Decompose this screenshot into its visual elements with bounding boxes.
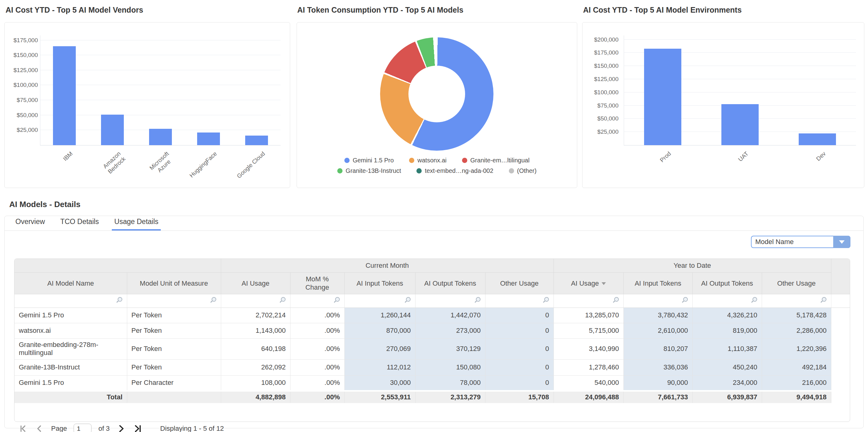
table-cell: .00% [290, 338, 344, 359]
tab-bar: OverviewTCO DetailsUsage Details [5, 216, 863, 231]
table-cell: 270,069 [344, 338, 415, 359]
legend-item[interactable]: (Other) [509, 167, 536, 175]
search-icon[interactable] [543, 297, 549, 303]
table-cell: 0 [485, 308, 554, 323]
tab-tco-details[interactable]: TCO Details [58, 218, 101, 230]
group-by-dropdown[interactable]: Model Name [751, 236, 850, 248]
y-axis-tick-label: $25,000 [586, 129, 619, 135]
filter-cell[interactable] [554, 294, 623, 308]
table-cell: 216,000 [762, 375, 831, 391]
section-heading: AI Models - Details [9, 200, 81, 209]
displaying-records-label: Displaying 1 - 5 of 12 [160, 425, 224, 432]
filter-cell[interactable] [344, 294, 415, 308]
table-cell: 5,715,000 [554, 323, 623, 338]
dropdown-arrow-button[interactable] [833, 236, 850, 248]
bar [53, 46, 76, 145]
legend-item[interactable]: Granite-em…ltilingual [462, 157, 529, 164]
search-icon[interactable] [210, 297, 217, 303]
plot-area: $25,000$50,000$75,000$100,000$125,000$15… [624, 35, 856, 146]
filter-cell[interactable] [485, 294, 554, 308]
y-axis-tick-label: $150,000 [6, 52, 38, 58]
page-number-input[interactable] [73, 424, 91, 432]
search-icon[interactable] [613, 297, 619, 303]
last-page-button[interactable] [132, 424, 142, 432]
x-axis-label-text: Prod [658, 150, 673, 164]
column-header-8[interactable]: AI Usage [554, 272, 623, 294]
y-axis-tick-label: $100,000 [586, 89, 619, 95]
previous-page-button[interactable] [35, 424, 44, 432]
legend-row: Gemini 1.5 Prowatsonx.aiGranite-em…ltili… [344, 157, 529, 164]
total-cell: .00% [290, 391, 344, 403]
y-axis-tick-label: $25,000 [6, 127, 38, 133]
table-cell: 819,000 [692, 323, 762, 338]
legend-row: Granite-13B-Instructtext-embed…ng-ada-00… [337, 167, 536, 175]
legend-item[interactable]: Granite-13B-Instruct [337, 167, 401, 175]
bar [799, 133, 836, 145]
column-header-4[interactable]: MoM % Change [290, 272, 344, 294]
table-cell: 30,000 [344, 375, 415, 391]
legend-label: watsonx.ai [417, 157, 446, 164]
column-header-11[interactable]: Other Usage [762, 272, 831, 294]
spacer-cell [831, 323, 850, 338]
column-header-5[interactable]: AI Input Tokens [344, 272, 415, 294]
table-row: Gemini 1.5 ProPer Character108,000.00%30… [14, 375, 850, 391]
table-cell: 3,780,432 [623, 308, 692, 323]
legend-label: (Other) [517, 167, 536, 175]
search-icon[interactable] [334, 297, 340, 303]
filter-cell[interactable] [290, 294, 344, 308]
legend-item[interactable]: watsonx.ai [409, 157, 446, 164]
search-icon[interactable] [117, 297, 123, 303]
next-page-button[interactable] [117, 424, 126, 432]
legend-color-dot [416, 168, 422, 174]
y-axis-tick-label: $175,000 [6, 37, 38, 43]
search-icon[interactable] [682, 297, 688, 303]
table-cell: Per Token [127, 338, 221, 359]
legend-label: Granite-em…ltilingual [470, 157, 529, 164]
environments-bar-chart: $25,000$50,000$75,000$100,000$125,000$15… [582, 22, 864, 188]
table-cell: 540,000 [554, 375, 623, 391]
pagination-bar: Page of 3 Displaying 1 - 5 of 12 [14, 421, 849, 432]
search-icon[interactable] [475, 297, 481, 303]
column-header-3[interactable]: AI Usage [221, 272, 290, 294]
filter-cell[interactable] [127, 294, 221, 308]
filter-cell[interactable] [415, 294, 485, 308]
tab-overview[interactable]: Overview [13, 218, 48, 230]
filter-cell[interactable] [14, 294, 127, 308]
first-page-button[interactable] [19, 424, 28, 432]
search-icon[interactable] [405, 297, 411, 303]
chart-legend: Gemini 1.5 Prowatsonx.aiGranite-em…ltili… [297, 157, 577, 175]
legend-item[interactable]: Gemini 1.5 Pro [344, 157, 394, 164]
column-header-6[interactable]: AI Output Tokens [415, 272, 485, 294]
tab-usage-details[interactable]: Usage Details [112, 218, 161, 230]
legend-label: Gemini 1.5 Pro [353, 157, 394, 164]
table-cell: .00% [290, 359, 344, 375]
table-cell: 5,178,428 [762, 308, 831, 323]
table-cell: 108,000 [221, 375, 290, 391]
bar-slot: Google Cloud [232, 35, 281, 145]
group-header-cell [14, 259, 221, 272]
spacer-cell [831, 259, 850, 272]
column-header-1[interactable]: AI Model Name [14, 272, 127, 294]
column-header-9[interactable]: AI Input Tokens [623, 272, 692, 294]
search-icon[interactable] [820, 297, 827, 303]
chart-title-vendors: AI Cost YTD - Top 5 AI Model Vendors [5, 5, 143, 14]
filter-cell[interactable] [221, 294, 290, 308]
total-cell: 7,661,733 [623, 391, 692, 403]
table-cell: 1,442,070 [415, 308, 485, 323]
filter-cell[interactable] [623, 294, 692, 308]
y-axis-tick-label: $175,000 [586, 50, 619, 56]
legend-item[interactable]: text-embed…ng-ada-002 [416, 167, 493, 175]
spacer-cell [831, 308, 850, 323]
bar-slot: IBM [40, 35, 88, 145]
y-axis-tick-label: $200,000 [586, 37, 619, 43]
data-grid: Current MonthYear to DateAI Model NameMo… [14, 259, 850, 403]
filter-cell[interactable] [692, 294, 762, 308]
filter-cell[interactable] [762, 294, 831, 308]
column-header-2[interactable]: Model Unit of Measure [127, 272, 221, 294]
table-cell: 112,012 [344, 359, 415, 375]
column-header-7[interactable]: Other Usage [485, 272, 554, 294]
search-icon[interactable] [751, 297, 757, 303]
table-cell: watsonx.ai [14, 323, 127, 338]
column-header-10[interactable]: AI Output Tokens [692, 272, 762, 294]
search-icon[interactable] [280, 297, 286, 303]
